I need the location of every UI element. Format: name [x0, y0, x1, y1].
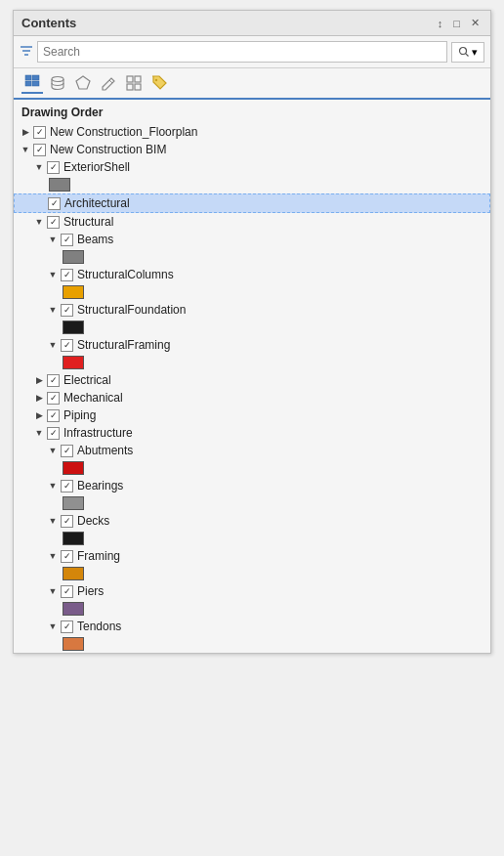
expand-button[interactable]: ▼ [47, 621, 59, 632]
search-input[interactable] [37, 41, 447, 63]
grid-icon[interactable] [123, 72, 145, 94]
item-label: Piping [63, 408, 96, 422]
close-button[interactable]: ✕ [468, 16, 483, 30]
expand-button [34, 197, 46, 209]
checkbox[interactable]: ✓ [61, 269, 73, 281]
expand-button[interactable]: ▼ [20, 144, 31, 155]
checkbox[interactable]: ✓ [61, 480, 73, 492]
svg-marker-10 [76, 76, 90, 89]
minimize-button[interactable]: ↕ [435, 17, 446, 30]
checkbox[interactable]: ✓ [61, 621, 73, 633]
expand-button[interactable]: ▼ [33, 216, 45, 228]
list-item[interactable]: ▼✓ExteriorShell [14, 158, 490, 176]
list-item[interactable]: ✓Architectural [14, 193, 490, 213]
checkbox[interactable]: ✓ [47, 374, 60, 387]
color-swatch[interactable] [63, 637, 84, 651]
checkbox[interactable]: ✓ [47, 427, 60, 440]
tree-container[interactable]: ▶✓New Construction_Floorplan▼✓New Constr… [14, 123, 490, 653]
expand-button[interactable]: ▼ [33, 427, 45, 439]
list-item[interactable]: ▶✓Mechanical [14, 389, 490, 407]
database-icon[interactable] [47, 72, 68, 94]
panel-controls: ↕ □ ✕ [435, 16, 483, 30]
checkbox[interactable]: ✓ [47, 409, 60, 422]
checkbox[interactable]: ✓ [33, 144, 46, 156]
checkbox[interactable]: ✓ [33, 126, 46, 139]
list-item[interactable]: ▼✓Piers [14, 582, 490, 600]
list-item[interactable]: ▼✓Decks [14, 512, 490, 530]
list-item[interactable]: ▶✓Piping [14, 407, 490, 424]
expand-button[interactable]: ▶ [20, 126, 31, 138]
list-item[interactable]: ▼✓Abutments [14, 442, 490, 459]
checkbox[interactable]: ✓ [61, 515, 73, 528]
item-label: Architectural [64, 196, 130, 210]
expand-button[interactable]: ▶ [33, 374, 45, 386]
panel-title: Contents [21, 16, 76, 30]
checkbox[interactable]: ✓ [47, 392, 60, 405]
expand-button[interactable]: ▼ [47, 445, 59, 456]
layers-icon[interactable] [21, 72, 43, 94]
color-swatch[interactable] [63, 602, 84, 616]
list-item[interactable]: ▼✓StructuralFoundation [14, 301, 490, 319]
checkbox[interactable]: ✓ [61, 304, 73, 317]
svg-rect-6 [32, 75, 39, 80]
expand-button[interactable]: ▼ [47, 550, 59, 562]
list-item[interactable]: ▼✓Bearings [14, 477, 490, 494]
item-label: Tendons [77, 620, 121, 633]
maximize-button[interactable]: □ [450, 17, 463, 30]
list-item[interactable]: ▼✓Tendons [14, 618, 490, 635]
list-item[interactable]: ▼✓New Construction BIM [14, 141, 490, 158]
expand-button[interactable]: ▼ [33, 161, 45, 173]
item-label: Infrastructure [63, 426, 133, 440]
polygon-icon[interactable] [72, 72, 94, 94]
expand-button[interactable]: ▼ [47, 585, 59, 597]
expand-button[interactable]: ▶ [33, 392, 45, 404]
list-item[interactable]: ▼✓StructuralColumns [14, 266, 490, 283]
color-swatch[interactable] [63, 321, 84, 334]
contents-panel: Contents ↕ □ ✕ ▾ [13, 10, 491, 654]
item-label: Abutments [77, 444, 133, 457]
expand-button[interactable]: ▼ [47, 304, 59, 316]
list-item[interactable]: ▼✓StructuralFraming [14, 336, 490, 354]
expand-button[interactable]: ▼ [47, 234, 59, 245]
item-label: New Construction_Floorplan [50, 125, 197, 139]
list-item [14, 459, 490, 477]
color-swatch[interactable] [63, 461, 84, 475]
checkbox[interactable]: ✓ [61, 550, 73, 563]
list-item[interactable]: ▼✓Framing [14, 547, 490, 565]
list-item[interactable]: ▼✓Beams [14, 231, 490, 248]
checkbox[interactable]: ✓ [61, 339, 73, 352]
list-item[interactable]: ▶✓New Construction_Floorplan [14, 123, 490, 141]
color-swatch[interactable] [49, 178, 70, 192]
checkbox[interactable]: ✓ [47, 161, 60, 174]
svg-line-11 [109, 80, 112, 83]
expand-button[interactable]: ▼ [47, 480, 59, 492]
list-item[interactable]: ▼✓Infrastructure [14, 424, 490, 442]
color-swatch[interactable] [63, 567, 84, 580]
expand-button[interactable]: ▼ [47, 269, 59, 280]
checkbox[interactable]: ✓ [61, 445, 73, 457]
color-swatch[interactable] [63, 356, 84, 369]
color-swatch[interactable] [63, 285, 84, 299]
item-label: StructuralColumns [77, 268, 174, 281]
checkbox[interactable]: ✓ [47, 216, 60, 229]
list-item[interactable]: ▼✓Structural [14, 213, 490, 231]
expand-button[interactable]: ▼ [47, 515, 59, 527]
checkbox[interactable]: ✓ [48, 197, 61, 210]
filter-icon[interactable] [20, 44, 33, 61]
tag-icon[interactable] [148, 72, 170, 94]
list-item [14, 565, 490, 582]
search-button[interactable]: ▾ [451, 42, 484, 63]
expand-button[interactable]: ▶ [33, 409, 45, 421]
list-item[interactable]: ▶✓Electrical [14, 371, 490, 389]
svg-rect-14 [127, 84, 133, 90]
pencil-icon[interactable] [98, 72, 119, 94]
expand-button[interactable]: ▼ [47, 339, 59, 351]
list-item [14, 635, 490, 653]
checkbox[interactable]: ✓ [61, 585, 73, 598]
checkbox[interactable]: ✓ [61, 234, 73, 246]
color-swatch[interactable] [63, 250, 84, 264]
svg-rect-15 [135, 84, 141, 90]
item-label: ExteriorShell [63, 160, 130, 174]
color-swatch[interactable] [63, 496, 84, 510]
color-swatch[interactable] [63, 532, 84, 545]
